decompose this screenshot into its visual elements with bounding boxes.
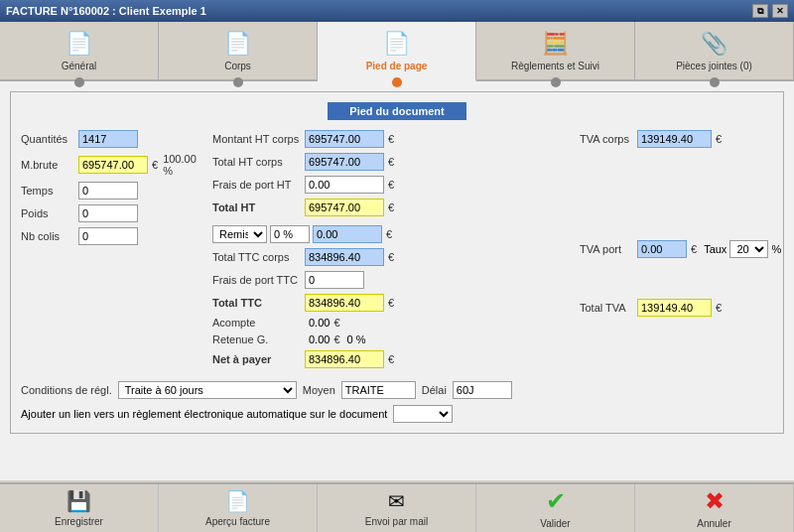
remise-value-input[interactable] (313, 225, 382, 243)
mbrute-input[interactable] (78, 156, 148, 174)
totalHT-corps-input[interactable] (305, 153, 384, 171)
fraisPortHT-input[interactable] (305, 176, 384, 194)
totalTTC-corps-currency: € (388, 251, 394, 263)
form-area: Quantités M.brute € 100.00 % Temps Poids (21, 130, 773, 373)
tva-corps-input[interactable] (637, 130, 712, 148)
tab-general-dot (74, 77, 84, 87)
acompte-row: Acompte 0.00 € (212, 317, 572, 329)
net-input[interactable] (305, 350, 384, 368)
net-currency: € (388, 353, 394, 365)
delai-label: Délai (422, 384, 447, 396)
nbcolis-input[interactable] (78, 227, 138, 245)
retenue-currency: € (333, 333, 339, 345)
quantites-input[interactable] (78, 130, 138, 148)
save-icon: 💾 (66, 489, 91, 513)
cancel-icon: ✖ (705, 487, 725, 515)
tab-pieces-label: Pièces jointes (0) (676, 61, 752, 71)
preview-button[interactable]: 📄 Aperçu facture (159, 484, 318, 532)
totalHT-label: Total HT (212, 201, 302, 213)
tab-corps-label: Corps (224, 61, 251, 71)
tab-reglements[interactable]: 🧮 Règlements et Suivi (476, 22, 635, 79)
totalTVA-label: Total TVA (580, 302, 634, 314)
remise-row: Remise % € € (212, 225, 572, 243)
validate-label: Valider (540, 518, 570, 529)
poids-input[interactable] (78, 204, 138, 222)
taux-select[interactable]: 20 (729, 240, 768, 258)
totalHT-row: Total HT € (212, 199, 572, 216)
preview-label: Aperçu facture (205, 516, 270, 527)
tab-general[interactable]: 📄 Général (0, 22, 159, 79)
acompte-label: Acompte (212, 317, 302, 329)
window-title: FACTURE N°160002 : Client Exemple 1 (6, 5, 206, 17)
restore-btn[interactable]: ⧉ (752, 4, 768, 18)
fraisPortHT-label: Frais de port HT (212, 179, 302, 191)
fraisPortTTC-input[interactable] (305, 271, 364, 289)
quantites-label: Quantités (21, 133, 75, 145)
titlebar-controls: ⧉ ✕ (752, 4, 788, 18)
montantHT-label: Montant HT corps (212, 133, 302, 145)
totalTTC-label: Total TTC (212, 297, 302, 309)
tab-pieces[interactable]: 📎 Pièces jointes (0) (635, 22, 794, 79)
email-button[interactable]: ✉ Envoi par mail (318, 484, 476, 532)
footer: 💾 Enregistrer 📄 Aperçu facture ✉ Envoi p… (0, 482, 794, 532)
email-label: Envoi par mail (365, 516, 428, 527)
nbcolis-row: Nb colis (21, 227, 204, 245)
retenue-row: Retenue G. 0.00 € 0 % (212, 333, 572, 345)
tab-corps[interactable]: 📄 Corps (159, 22, 318, 79)
totalHT-corps-label: Total HT corps (212, 156, 302, 168)
preview-icon: 📄 (225, 489, 250, 513)
titlebar: FACTURE N°160002 : Client Exemple 1 ⧉ ✕ (0, 0, 794, 22)
save-button[interactable]: 💾 Enregistrer (0, 484, 159, 532)
moyen-input[interactable] (341, 381, 416, 399)
temps-row: Temps (21, 182, 204, 200)
montantHT-input[interactable] (305, 130, 384, 148)
tab-pied-label: Pied de page (366, 61, 428, 71)
retenue-value: 0.00 (309, 333, 330, 345)
tva-port-input[interactable] (637, 240, 687, 258)
cancel-label: Annuler (697, 518, 730, 529)
conditions-select[interactable]: Traite à 60 jours (118, 381, 297, 399)
mbrute-currency: € (152, 159, 158, 171)
tva-port-currency: € (691, 243, 697, 255)
cancel-button[interactable]: ✖ Annuler (635, 484, 794, 532)
totalTTC-row: Total TTC € (212, 294, 572, 312)
corps-icon: 📄 (224, 31, 251, 57)
left-column: Quantités M.brute € 100.00 % Temps Poids (21, 130, 204, 373)
tab-pied-dot (392, 77, 402, 87)
tab-reglements-label: Règlements et Suivi (511, 61, 599, 71)
retenue-label: Retenue G. (212, 333, 302, 345)
tab-pied[interactable]: 📄 Pied de page (318, 22, 476, 81)
fraisPortHT-currency: € (388, 179, 394, 191)
totalHT-input[interactable] (305, 199, 384, 216)
mbrute-row: M.brute € 100.00 % (21, 153, 204, 177)
tab-reglements-dot (551, 77, 561, 87)
acompte-value: 0.00 (309, 317, 330, 329)
temps-input[interactable] (78, 182, 138, 200)
taux-pct: % (771, 243, 781, 255)
section-title: Pied du document (328, 102, 466, 120)
tva-corps-row: TVA corps € (580, 130, 773, 148)
temps-label: Temps (21, 185, 75, 197)
totalTTC-input[interactable] (305, 294, 384, 312)
totalTTC-currency: € (388, 297, 394, 309)
link-select[interactable] (393, 405, 453, 423)
close-btn[interactable]: ✕ (772, 4, 788, 18)
pied-icon: 📄 (383, 31, 410, 57)
poids-label: Poids (21, 207, 75, 219)
remise-select[interactable]: Remise % € (212, 225, 267, 243)
validate-button[interactable]: ✔ Valider (476, 484, 635, 532)
remise-pct-input[interactable] (270, 225, 310, 243)
mbrute-label: M.brute (21, 159, 75, 171)
totalTVA-input[interactable] (637, 299, 712, 317)
tva-corps-label: TVA corps (580, 133, 634, 145)
conditions-label: Conditions de régl. (21, 384, 112, 396)
nbcolis-label: Nb colis (21, 230, 75, 242)
totalHT-currency: € (388, 201, 394, 213)
delai-input[interactable] (453, 381, 512, 399)
tva-port-label: TVA port (580, 243, 634, 255)
pieces-icon: 📎 (701, 31, 728, 57)
totalTTC-corps-input[interactable] (305, 248, 384, 266)
tab-corps-dot (233, 77, 243, 87)
tva-corps-currency: € (716, 133, 722, 145)
general-icon: 📄 (66, 31, 92, 57)
